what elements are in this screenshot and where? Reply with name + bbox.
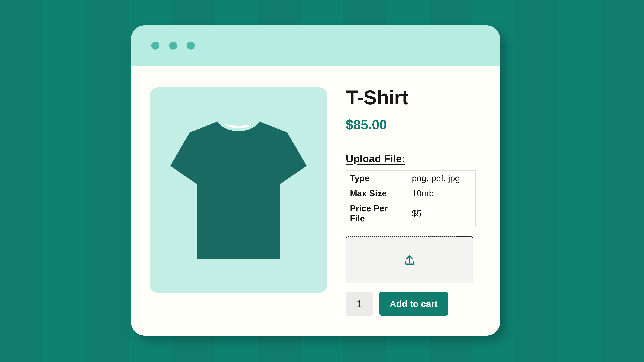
product-page: T-Shirt $85.00 Upload File: Type png, pd… <box>131 66 500 336</box>
spec-value: png, pdf, jpg <box>408 171 476 186</box>
spec-label: Price Per File <box>346 201 408 226</box>
add-to-cart-button[interactable]: Add to cart <box>379 292 448 316</box>
table-row: Max Size 10mb <box>346 186 476 201</box>
table-row: Price Per File $5 <box>346 201 476 226</box>
traffic-light-maximize[interactable] <box>187 41 195 50</box>
spec-value: $5 <box>408 201 476 226</box>
upload-specs-table: Type png, pdf, jpg Max Size 10mb Price P… <box>346 170 476 226</box>
traffic-light-minimize[interactable] <box>169 41 177 50</box>
quantity-input[interactable] <box>346 292 373 316</box>
spec-value: 10mb <box>408 186 476 201</box>
traffic-light-close[interactable] <box>151 41 159 50</box>
spec-label: Max Size <box>346 186 408 201</box>
product-price: $85.00 <box>346 117 483 132</box>
upload-icon <box>403 254 416 266</box>
window-titlebar <box>131 25 500 66</box>
table-row: Type png, pdf, jpg <box>346 171 476 186</box>
tshirt-icon <box>169 116 308 264</box>
file-upload-dropzone[interactable] <box>346 237 473 283</box>
browser-window: T-Shirt $85.00 Upload File: Type png, pd… <box>131 25 500 336</box>
product-title: T-Shirt <box>346 86 483 109</box>
spec-label: Type <box>346 171 408 186</box>
upload-heading: Upload File: <box>346 152 483 164</box>
product-image <box>150 87 327 293</box>
